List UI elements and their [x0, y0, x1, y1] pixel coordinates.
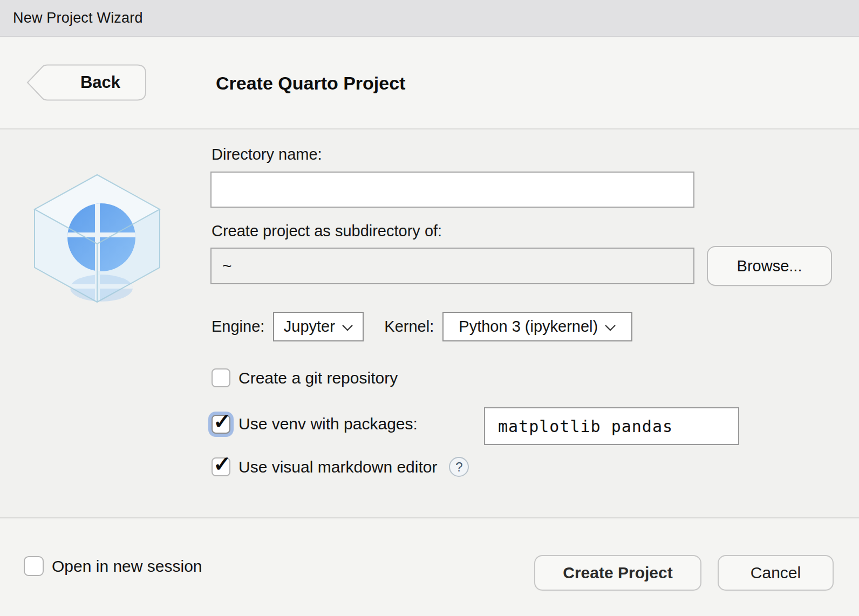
- open-new-session-row: ✓ Open in new session: [24, 556, 202, 576]
- cancel-button-label: Cancel: [751, 564, 801, 582]
- new-project-wizard-dialog: New Project Wizard Back Create Quarto Pr…: [0, 0, 859, 616]
- open-new-session-checkbox[interactable]: ✓: [24, 556, 44, 576]
- venv-label: Use venv with packages:: [238, 415, 418, 433]
- cancel-button[interactable]: Cancel: [718, 555, 834, 591]
- wizard-body: Directory name: Create project as subdir…: [0, 131, 859, 518]
- create-project-button[interactable]: Create Project: [534, 555, 701, 591]
- engine-label: Engine:: [212, 318, 264, 336]
- window-title: New Project Wizard: [13, 10, 143, 26]
- window-titlebar: New Project Wizard: [0, 0, 859, 37]
- quarto-project-icon: [25, 170, 169, 306]
- chevron-down-icon: [342, 324, 353, 332]
- wizard-footer: ✓ Open in new session Create Project Can…: [0, 519, 859, 616]
- venv-packages-input[interactable]: [484, 407, 739, 445]
- kernel-select[interactable]: Python 3 (ipykernel): [442, 312, 632, 341]
- venv-checkbox[interactable]: ✓: [212, 415, 230, 434]
- directory-name-input[interactable]: [210, 172, 694, 208]
- wizard-header: Back Create Quarto Project: [0, 37, 859, 129]
- git-repository-row: ✓ Create a git repository: [212, 368, 398, 387]
- open-new-session-label: Open in new session: [52, 557, 202, 576]
- back-button-label: Back: [57, 64, 144, 101]
- git-repository-checkbox[interactable]: ✓: [212, 368, 230, 387]
- visual-markdown-checkbox[interactable]: ✓: [212, 457, 230, 476]
- help-icon-glyph: ?: [455, 460, 462, 475]
- page-title: Create Quarto Project: [216, 37, 405, 129]
- engine-select-value: Jupyter: [284, 318, 335, 336]
- directory-name-label: Directory name:: [212, 146, 322, 163]
- back-button[interactable]: Back: [26, 64, 148, 101]
- chevron-down-icon: [604, 324, 616, 332]
- browse-button[interactable]: Browse...: [707, 246, 832, 286]
- checkmark-icon: ✓: [213, 453, 231, 475]
- kernel-label: Kernel:: [384, 318, 434, 336]
- subdirectory-input[interactable]: [210, 248, 694, 284]
- checkmark-icon: ✓: [213, 410, 231, 432]
- kernel-select-value: Python 3 (ipykernel): [459, 318, 598, 336]
- git-repository-label: Create a git repository: [238, 369, 398, 387]
- create-project-button-label: Create Project: [563, 564, 672, 582]
- venv-row: ✓ Use venv with packages:: [212, 405, 418, 443]
- subdirectory-label: Create project as subdirectory of:: [212, 222, 442, 240]
- browse-button-label: Browse...: [737, 257, 802, 275]
- project-form: Directory name: Create project as subdir…: [210, 131, 842, 518]
- visual-markdown-label: Use visual markdown editor: [238, 458, 437, 476]
- help-icon[interactable]: ?: [449, 457, 469, 477]
- engine-select[interactable]: Jupyter: [273, 312, 364, 341]
- engine-kernel-row: Engine: Jupyter Kernel: Python 3 (ipyker…: [212, 312, 632, 341]
- visual-markdown-row: ✓ Use visual markdown editor ?: [212, 457, 469, 477]
